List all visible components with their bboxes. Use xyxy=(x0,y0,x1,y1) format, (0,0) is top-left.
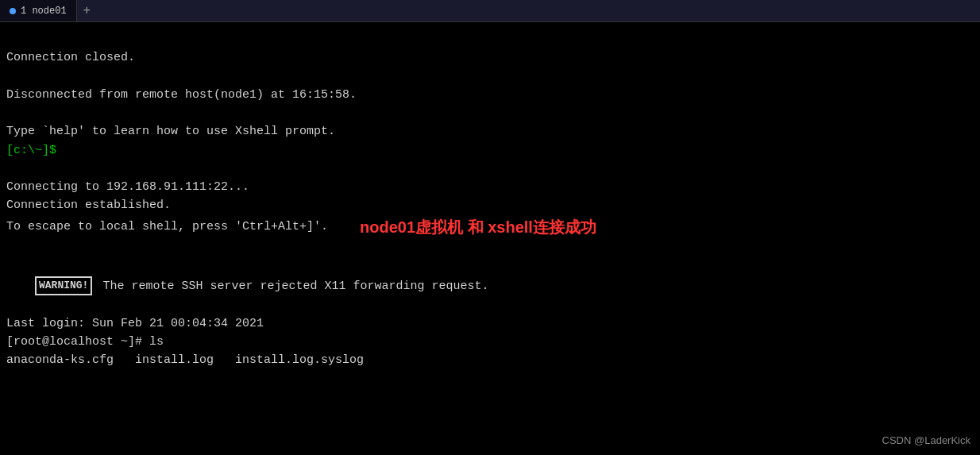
blank-line xyxy=(6,160,974,178)
blank-line xyxy=(6,240,974,258)
warning-line: WARNING! The remote SSH server rejected … xyxy=(6,258,974,314)
prompt-line: [c:\~]$ xyxy=(6,141,974,160)
connecting-line: Connecting to 192.168.91.111:22... xyxy=(6,178,974,196)
blank-line xyxy=(6,104,974,122)
tab-node01[interactable]: 1 node01 xyxy=(0,0,77,21)
tab-label: 1 node01 xyxy=(21,6,67,17)
blank-line xyxy=(6,30,974,48)
disconnected-line: Disconnected from remote host(node1) at … xyxy=(6,86,974,104)
last-login-line: Last login: Sun Feb 21 00:04:34 2021 xyxy=(6,314,974,333)
connection-closed: Connection closed. xyxy=(6,48,974,67)
csdn-watermark: CSDN @LaderKick xyxy=(882,433,970,449)
escape-line: To escape to local shell, press 'Ctrl+Al… xyxy=(6,218,328,236)
blank-line xyxy=(6,67,974,86)
annotation-text: node01虚拟机 和 xshell连接成功 xyxy=(360,215,596,240)
ls-output-line: anaconda-ks.cfg install.log install.log.… xyxy=(6,351,974,369)
tab-dot xyxy=(10,8,16,14)
warning-badge: WARNING! xyxy=(35,276,92,295)
warning-text: The remote SSH server rejected X11 forwa… xyxy=(95,280,488,293)
terminal: Connection closed. Disconnected from rem… xyxy=(0,22,980,455)
connection-established-line: Connection established. xyxy=(6,196,974,214)
tab-bar: 1 node01 + xyxy=(0,0,980,22)
ls-command-line: [root@localhost ~]# ls xyxy=(6,333,974,351)
help-line: Type `help' to learn how to use Xshell p… xyxy=(6,122,974,141)
tab-add-button[interactable]: + xyxy=(77,0,98,21)
plus-icon: + xyxy=(83,4,91,18)
escape-line-with-annotation: To escape to local shell, press 'Ctrl+Al… xyxy=(6,215,974,240)
